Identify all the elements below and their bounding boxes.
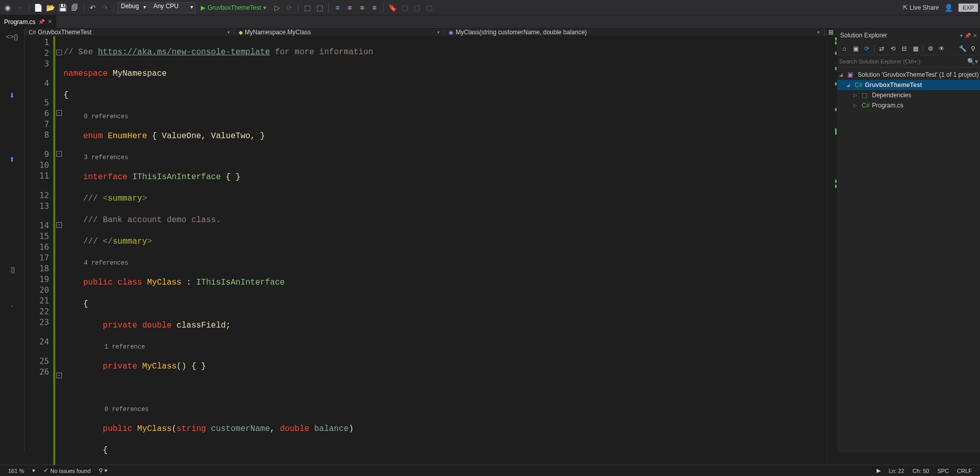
tree-solution[interactable]: ◢ ▣ Solution 'GruvboxThemeTest' (1 of 1 … <box>837 70 980 80</box>
status-indicator[interactable]: ⚲ ▾ <box>95 467 112 474</box>
expand-icon[interactable]: ◢ <box>846 82 853 88</box>
close-icon[interactable]: ✕ <box>48 18 52 25</box>
code-content[interactable]: // See https://aka.ms/new-console-templa… <box>62 36 826 476</box>
sidebar-title: Solution Explorer <box>840 32 887 39</box>
refresh-btn[interactable]: ⟲ <box>888 44 898 54</box>
dropdown-icon[interactable]: ▾ <box>960 33 963 38</box>
codelens[interactable]: 3 references <box>63 153 826 161</box>
indent-mode[interactable]: SPC <box>933 467 953 474</box>
tree-dependencies[interactable]: ▷ ⬚ Dependencies <box>837 90 980 100</box>
dependencies-icon: ⬚ <box>862 92 870 99</box>
breadcrumb-label: GruvboxThemeTest <box>38 29 92 36</box>
fold-toggle[interactable]: − <box>56 151 62 157</box>
tree-project[interactable]: ◢ C# GruvboxThemeTest <box>837 80 980 90</box>
codelens[interactable]: 1 reference <box>63 342 826 351</box>
start-debug-btn[interactable]: ▶ GruvboxThemeTest ▾ <box>197 2 270 13</box>
breadcrumb-method[interactable]: ◉ MyClass(string customerName, double ba… <box>444 29 824 36</box>
minimap[interactable] <box>826 36 837 476</box>
undo-btn[interactable]: ↶ <box>87 2 98 13</box>
expand-icon[interactable]: ▷ <box>854 103 860 108</box>
code-outline-icon[interactable]: <>{} <box>6 33 18 40</box>
split-btn[interactable]: ⊞ <box>824 29 837 36</box>
breadcrumb-label: MyNamespace.MyClass <box>245 29 311 36</box>
sync-btn[interactable]: ⇄ <box>877 44 887 54</box>
fold-toggle[interactable]: − <box>56 50 62 55</box>
chevron-down-icon: ▾ <box>227 30 230 35</box>
save-btn[interactable]: 💾 <box>57 2 68 13</box>
hot-reload-btn[interactable]: ⟳ <box>284 2 295 13</box>
bookmark-btn[interactable]: 🔖 <box>387 2 398 13</box>
open-btn[interactable]: 📂 <box>45 2 56 13</box>
search-icon[interactable]: 🔍▾ <box>967 58 978 65</box>
expand-icon[interactable]: ◢ <box>839 72 845 77</box>
save-all-btn[interactable]: 🗐 <box>69 2 80 13</box>
pending-btn[interactable]: ⟳ <box>862 44 872 54</box>
indicator-icon-2[interactable]: ' <box>11 304 12 312</box>
platform-select[interactable]: Any CPU <box>150 2 196 13</box>
step-btn[interactable]: ⬚ <box>302 2 313 13</box>
step-btn-2[interactable]: ⬚ <box>314 2 325 13</box>
search-input[interactable] <box>839 58 967 64</box>
line-ending[interactable]: CRLF <box>953 467 976 474</box>
document-tabs: Program.cs 📌 ✕ <box>0 15 980 29</box>
collapse-btn[interactable]: ⊟ <box>899 44 909 54</box>
separator <box>298 3 299 12</box>
separator <box>83 3 84 12</box>
start-no-debug-btn[interactable]: ▷ <box>271 2 283 13</box>
home-btn[interactable]: ⌂ <box>839 44 849 54</box>
feedback-btn[interactable]: 👤 <box>943 2 954 13</box>
codelens[interactable]: 4 references <box>63 258 826 267</box>
fold-toggle[interactable]: − <box>56 222 62 228</box>
liveshare-btn[interactable]: ⇱ Live Share <box>903 4 939 11</box>
track-changes-icon[interactable]: ⬇ <box>9 92 15 99</box>
solution-icon: ▣ <box>847 71 856 78</box>
comment-btn[interactable]: ≡ <box>356 2 368 13</box>
breadcrumb-project[interactable]: C# GruvboxThemeTest ▾ <box>25 29 235 36</box>
zoom-dropdown[interactable]: ▾ <box>28 467 39 474</box>
properties-btn[interactable]: ⚙ <box>925 44 935 54</box>
codelens[interactable]: 0 references <box>63 112 826 120</box>
bookmark-next-btn[interactable]: ▢ <box>411 2 422 13</box>
settings-btn[interactable]: 🔧 <box>957 44 968 54</box>
pin-icon[interactable]: 📌 <box>38 19 45 25</box>
bookmark-prev-btn[interactable]: ▢ <box>399 2 410 13</box>
show-all-btn[interactable]: ▦ <box>910 44 921 54</box>
codelens[interactable]: 0 references <box>63 404 826 413</box>
tree-label: Solution 'GruvboxThemeTest' (1 of 1 proj… <box>858 71 979 78</box>
new-item-btn[interactable]: 📄 <box>32 2 44 13</box>
fold-toggle[interactable]: − <box>56 110 62 116</box>
line-numbers: 1 2 3 4 5 6 7 8 9 10 11 12 13 14 15 <box>25 36 53 476</box>
char-col[interactable]: Ch: 50 <box>908 467 933 474</box>
zoom-level[interactable]: 161 % <box>4 468 28 474</box>
cs-file-icon: C# <box>862 102 870 109</box>
nav-arrow[interactable]: ▶ <box>872 467 885 474</box>
track-changes-icon-2[interactable]: ⬆ <box>9 156 15 163</box>
filter-btn[interactable]: ⚲ <box>968 44 978 54</box>
fold-toggle[interactable]: − <box>56 373 62 378</box>
code-editor[interactable]: 1 2 3 4 5 6 7 8 9 10 11 12 13 14 15 <box>25 36 837 476</box>
issues-status[interactable]: ✔ No issues found <box>39 467 95 474</box>
bookmark-clear-btn[interactable]: ▢ <box>423 2 435 13</box>
nav-back-btn[interactable]: ◉ <box>2 2 13 13</box>
outdent-btn[interactable]: ≡ <box>344 2 355 13</box>
tree-program-cs[interactable]: ▷ C# Program.cs <box>837 100 980 111</box>
expand-icon[interactable]: ▷ <box>854 93 860 98</box>
main-area: <>{} ⬇ ⬆ .[] ' C# GruvboxThemeTest ▾ ◆ M… <box>0 29 980 452</box>
indent-btn[interactable]: ≡ <box>332 2 343 13</box>
breadcrumb-label: MyClass(string customerName, double bala… <box>456 29 587 36</box>
tab-program-cs[interactable]: Program.cs 📌 ✕ <box>0 15 57 28</box>
redo-btn[interactable]: ↷ <box>99 2 111 13</box>
indicator-icon[interactable]: .[] <box>9 266 15 273</box>
config-select[interactable]: Debug <box>117 2 148 13</box>
close-icon[interactable]: ✕ <box>973 33 977 38</box>
exp-badge[interactable]: EXP <box>958 4 978 12</box>
uncomment-btn[interactable]: ≡ <box>369 2 380 13</box>
switch-views-btn[interactable]: ▣ <box>850 44 861 54</box>
pin-icon[interactable]: 📌 <box>965 33 971 38</box>
breadcrumb-namespace[interactable]: ◆ MyNamespace.MyClass ▾ <box>235 29 444 36</box>
nav-fwd-btn[interactable]: → <box>14 2 26 13</box>
separator <box>328 3 329 12</box>
line-col[interactable]: Ln: 22 <box>885 467 909 474</box>
preview-btn[interactable]: 👁 <box>936 44 947 54</box>
fold-column: − − − − − <box>55 36 62 476</box>
